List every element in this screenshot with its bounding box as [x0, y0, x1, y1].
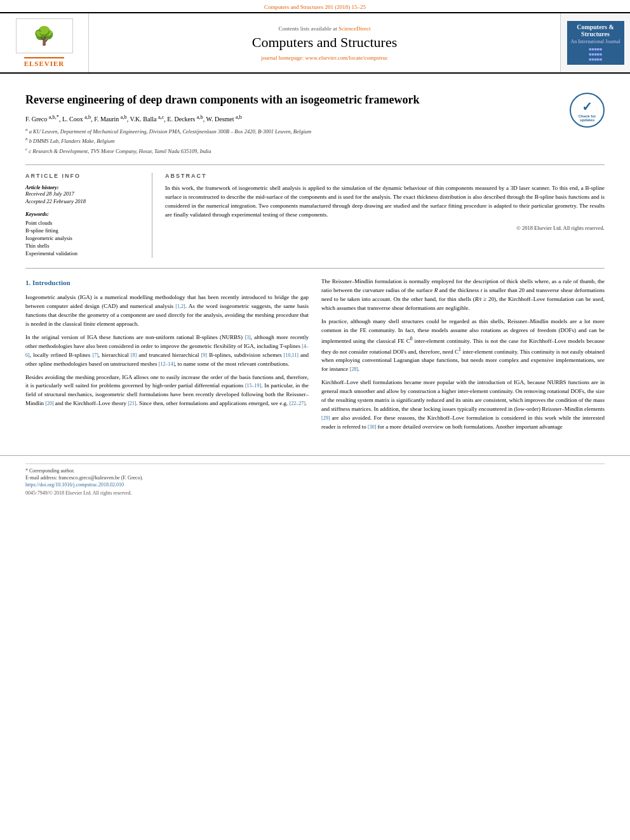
thumb-title: Computers & Structures [570, 23, 622, 37]
article-title-section: Reverse engineering of deep drawn compon… [25, 86, 605, 156]
ref-3: [3] [245, 335, 250, 340]
paper-content: Reverse engineering of deep drawn compon… [0, 74, 630, 449]
thumb-box: Computers & Structures An International … [567, 21, 624, 65]
check-badge-line2: updates [580, 118, 594, 122]
intro-paragraph-3: Besides avoiding the meshing procedure, … [25, 373, 309, 409]
article-history: Article history: Received 28 July 2017 A… [25, 184, 143, 204]
body-left-column: 1. Introduction Isogeometric analysis (I… [25, 277, 309, 436]
ref-10-11: [10,11] [284, 352, 298, 358]
article-title: Reverse engineering of deep drawn compon… [25, 93, 560, 107]
ref-28: [28] [349, 366, 358, 372]
right-paragraph-1: The Reissner–Mindlin formulation is norm… [321, 277, 605, 313]
intro-paragraph-2: In the original version of IGA these fun… [25, 333, 309, 369]
elsevier-tree-icon: 🌳 [33, 25, 55, 46]
ref-15-19: [15–19] [245, 383, 261, 389]
abstract-column: ABSTRACT In this work, the framework of … [165, 173, 605, 258]
body-two-columns: 1. Introduction Isogeometric analysis (I… [25, 268, 605, 436]
ref-8: [8] [131, 352, 137, 358]
check-for-updates-badge: ✓ Check for updates [570, 93, 605, 128]
journal-title: Computers and Structures [252, 34, 398, 51]
right-paragraph-3: Kirchhoff–Love shell formulations became… [321, 378, 605, 432]
section-number: 1. [25, 279, 30, 286]
ref-29: [29] [321, 415, 330, 421]
intro-paragraph-1: Isogeometric analysis (IGA) is a numeric… [25, 293, 309, 329]
journal-thumbnail: Computers & Structures An International … [560, 13, 630, 72]
ref-9: [9] [201, 352, 207, 358]
article-info-abstract: ARTICLE INFO Article history: Received 2… [25, 164, 605, 258]
authors-text: F. Greco a,b,*, L. Coox a,b, F. Maurin a… [25, 116, 242, 123]
ref-12-14: [12–14] [159, 361, 175, 367]
doi-line: https://doi.org/10.1016/j.compstruc.2018… [25, 482, 605, 488]
ref-22-27: [22–27] [290, 401, 305, 406]
affiliations: a a KU Leuven, Department of Mechanical … [25, 126, 560, 156]
article-info-column: ARTICLE INFO Article history: Received 2… [25, 173, 152, 258]
contents-text: Contents lists available at [279, 25, 337, 32]
keyword-2: B-spline fitting [25, 227, 143, 234]
ref-4-6: [4–6] [25, 343, 309, 358]
accepted-date: Accepted 22 February 2018 [25, 198, 143, 204]
paper-footer: * Corresponding author. E-mail address: … [0, 455, 630, 500]
logo-box: 🌳 [16, 18, 73, 53]
journal-header: 🌳 ELSEVIER Contents lists available at S… [0, 12, 630, 74]
article-authors: F. Greco a,b,*, L. Coox a,b, F. Maurin a… [25, 114, 560, 122]
history-label: Article history: [25, 184, 143, 190]
keyword-1: Point clouds [25, 220, 143, 226]
keywords-label: Keywords: [25, 211, 143, 217]
article-title-text: Reverse engineering of deep drawn compon… [25, 93, 560, 156]
abstract-text: In this work, the framework of isogeomet… [165, 184, 605, 220]
affiliation-b: b b DMMS Lab, Flanders Make, Belgium [25, 136, 560, 145]
footer-copyright: 0045-7949/© 2018 Elsevier Ltd. All right… [25, 490, 605, 496]
received-date: Received 28 July 2017 [25, 190, 143, 197]
ref-7: [7] [92, 352, 98, 358]
doi-link[interactable]: https://doi.org/10.1016/j.compstruc.2018… [25, 482, 124, 488]
right-paragraph-2: In practice, although many shell structu… [321, 317, 605, 375]
keyword-5: Experimental validation [25, 250, 143, 257]
thumb-subtitle: An International Journal [570, 39, 622, 44]
affiliation-a: a a KU Leuven, Department of Mechanical … [25, 126, 560, 136]
introduction-header: 1. Introduction [25, 277, 309, 288]
abstract-copyright: © 2018 Elsevier Ltd. All rights reserved… [165, 225, 605, 231]
email-note: E-mail address: francesco.greco@kuleuven… [25, 475, 605, 481]
elsevier-brand-label: ELSEVIER [24, 57, 65, 67]
body-right-column: The Reissner–Mindlin formulation is norm… [321, 277, 605, 436]
section-title: Introduction [32, 279, 70, 286]
ref-20: [20] [45, 401, 53, 406]
keyword-4: Thin shells [25, 243, 143, 249]
article-info-header: ARTICLE INFO [25, 173, 143, 179]
corresponding-author-note: * Corresponding author. [25, 468, 605, 474]
sciencedirect-link[interactable]: ScienceDirect [338, 25, 370, 32]
journal-center: Contents lists available at ScienceDirec… [89, 13, 560, 72]
footer-divider [25, 463, 605, 464]
elsevier-logo: 🌳 ELSEVIER [0, 13, 89, 72]
ref-1-2: [1,2] [175, 303, 185, 309]
ref-30: [30] [368, 424, 376, 430]
keywords-section: Keywords: Point clouds B-spline fitting … [25, 211, 143, 257]
abstract-header: ABSTRACT [165, 173, 605, 179]
keyword-3: Isogeometric analysis [25, 235, 143, 241]
ref-21: [21] [128, 401, 136, 406]
journal-homepage: journal homepage: www.elsevier.com/locat… [261, 55, 388, 61]
contents-available: Contents lists available at ScienceDirec… [279, 25, 371, 32]
top-bar: Computers and Structures 201 (2018) 15–2… [0, 0, 630, 12]
affiliation-c: c c Research & Development, TVS Motor Co… [25, 146, 560, 156]
journal-citation: Computers and Structures 201 (2018) 15–2… [264, 4, 366, 10]
